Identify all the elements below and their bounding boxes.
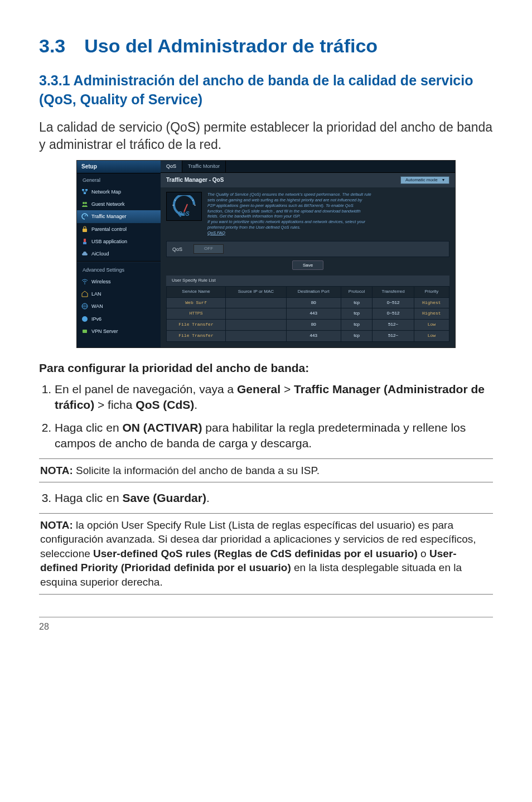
svg-rect-7 xyxy=(83,242,86,244)
nav-label: WAN xyxy=(91,303,103,310)
col-priority: Priority xyxy=(414,286,449,297)
nav-label: Network Map xyxy=(91,189,121,195)
nav-lan[interactable]: LAN xyxy=(77,288,161,300)
note-box-2: NOTA: la opción User Specify Rule List (… xyxy=(39,513,493,595)
nav-parental-control[interactable]: Parental control xyxy=(77,223,161,235)
cell-port: 443 xyxy=(286,308,341,320)
desc-line: If you want to prioritize specific netwo… xyxy=(207,219,365,224)
mode-dropdown[interactable]: Automatic mode ▾ xyxy=(400,176,449,185)
ipv6-icon xyxy=(81,316,88,322)
step-2: Haga clic en ON (ACTIVAR) para habilitar… xyxy=(55,420,493,452)
svg-point-8 xyxy=(84,283,85,284)
step-bold: Save (Guardar) xyxy=(122,491,206,504)
sidebar: Setup General Network Map Guest Network … xyxy=(77,161,161,347)
nav-network-map[interactable]: Network Map xyxy=(77,186,161,198)
config-heading: Para configurar la prioridad del ancho d… xyxy=(39,360,493,376)
guest-network-icon xyxy=(81,201,88,207)
nav-label: Parental control xyxy=(91,226,127,233)
col-dest-port: Destination Port xyxy=(286,286,341,297)
nav-label: Traffic Manager xyxy=(91,213,127,220)
step-text: . xyxy=(206,491,210,504)
note-text: Solicite la información del ancho de ban… xyxy=(73,465,320,476)
subsection-heading: 3.3.1 Administración del ancho de banda … xyxy=(39,71,493,109)
desc-line: P2P applications (peer-to-peer applicati… xyxy=(207,203,354,208)
nav-guest-network[interactable]: Guest Network xyxy=(77,198,161,210)
tab-qos[interactable]: QoS xyxy=(161,161,182,172)
cell-service: File Transfer xyxy=(167,320,226,331)
cell-prio: Low xyxy=(414,320,449,331)
nav-label: AiCloud xyxy=(91,250,109,257)
table-row: Web Surf 80 tcp 0~512 Highest xyxy=(167,297,449,308)
nav-vpn-server[interactable]: VPN Server xyxy=(77,325,161,337)
cell-proto: tcp xyxy=(341,331,373,342)
nav-ipv6[interactable]: IPv6 xyxy=(77,313,161,325)
step-text: . xyxy=(194,398,197,411)
cell-proto: tcp xyxy=(341,297,373,308)
panel-header: Traffic Manager - QoS Automatic mode ▾ xyxy=(161,173,455,188)
steps-list-cont: Haga clic en Save (Guardar). xyxy=(39,490,493,506)
cell-trans: 0~512 xyxy=(373,308,414,320)
qos-label: QoS xyxy=(172,246,182,253)
steps-list: En el panel de navegación, vaya a Genera… xyxy=(39,381,493,451)
step-bold: General xyxy=(237,383,280,395)
svg-point-3 xyxy=(83,202,85,204)
step-text: Haga clic en xyxy=(55,491,122,504)
desc-line: fields. Get the bandwith information fro… xyxy=(207,214,301,219)
cloud-icon xyxy=(81,250,88,257)
qos-toggle-row: QoS OFF xyxy=(166,241,449,257)
col-service: Service Name xyxy=(167,286,226,297)
nav-label: USB application xyxy=(91,238,127,245)
traffic-manager-icon xyxy=(81,213,88,220)
svg-rect-5 xyxy=(83,229,87,232)
nav-label: LAN xyxy=(91,291,101,297)
nav-aicloud[interactable]: AiCloud xyxy=(77,248,161,260)
mode-value: Automatic mode xyxy=(405,177,438,182)
cell-port: 80 xyxy=(286,320,341,331)
desc-line: sets online gaming and web surfing as th… xyxy=(207,197,362,202)
step-text: En el panel de navegación, vaya a xyxy=(55,383,237,395)
svg-point-10 xyxy=(82,316,88,322)
qos-gauge-icon: QoS xyxy=(166,192,202,221)
vpn-icon xyxy=(81,328,88,335)
network-map-icon xyxy=(81,189,88,195)
tab-traffic-monitor[interactable]: Traffic Monitor xyxy=(182,161,226,172)
lan-icon xyxy=(81,291,88,297)
nav-usb-application[interactable]: USB application xyxy=(77,235,161,248)
qos-toggle[interactable]: OFF xyxy=(194,244,224,254)
usb-icon xyxy=(81,238,88,245)
cell-trans: 512~ xyxy=(373,331,414,342)
description-row: QoS The Quality of Service (QoS) ensures… xyxy=(161,187,455,238)
nav-traffic-manager[interactable]: Traffic Manager xyxy=(77,210,161,223)
svg-point-4 xyxy=(85,202,87,204)
qos-faq-link[interactable]: QoS FAQ xyxy=(207,230,225,235)
nav-wan[interactable]: WAN xyxy=(77,300,161,312)
step-3: Haga clic en Save (Guardar). xyxy=(55,490,493,506)
tab-bar: QoS Traffic Monitor xyxy=(161,161,455,172)
step-bold: QoS (CdS) xyxy=(136,398,194,411)
step-1: En el panel de navegación, vaya a Genera… xyxy=(55,381,493,413)
desc-line: The Quality of Service (QoS) ensures the… xyxy=(207,192,371,197)
globe-icon xyxy=(81,303,88,310)
cell-source xyxy=(225,297,286,308)
save-row: Save xyxy=(161,257,455,273)
section-heading: 3.3 Uso del Administrador de tráfico xyxy=(39,33,493,59)
nav-label: Guest Network xyxy=(91,201,125,207)
cell-prio: Highest xyxy=(414,308,449,320)
cell-proto: tcp xyxy=(341,308,373,320)
cell-service: HTTPS xyxy=(167,308,226,320)
cell-service: File Transfer xyxy=(167,331,226,342)
note-bold: User-defined QoS rules (Reglas de CdS de… xyxy=(93,548,418,559)
nav-wireless[interactable]: Wireless xyxy=(77,276,161,288)
note-text: o xyxy=(418,548,429,559)
note-label: NOTA: xyxy=(40,519,73,531)
cell-proto: tcp xyxy=(341,320,373,331)
wireless-icon xyxy=(81,278,88,285)
main-panel: QoS Traffic Monitor Traffic Manager - Qo… xyxy=(161,161,455,347)
cell-prio: Low xyxy=(414,331,449,342)
save-button[interactable]: Save xyxy=(292,260,323,270)
sidebar-divider xyxy=(77,261,161,262)
cell-trans: 0~512 xyxy=(373,297,414,308)
step-text: Haga clic en xyxy=(55,421,122,434)
panel-title: Traffic Manager - QoS xyxy=(166,176,224,184)
svg-rect-6 xyxy=(84,239,86,242)
